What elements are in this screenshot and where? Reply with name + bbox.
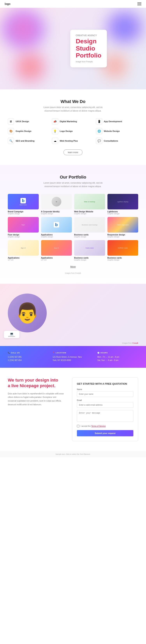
service-digital-marketing: 📣 Digital Marketing	[52, 118, 94, 124]
hero-title: Design Studio Portfolio	[76, 38, 101, 59]
portfolio-name-9: Applications	[8, 257, 39, 259]
portfolio-item-biz-cards-3[interactable]: CURSO cards Business cards Graphic Desig…	[107, 240, 138, 261]
portfolio-item-flyer[interactable]: Flyer Flyer design Graphic Design	[8, 217, 39, 238]
service-logo-design: 💡 Logo Design	[52, 128, 94, 134]
hours-title: 🕐 HOURS	[97, 352, 138, 354]
what-we-do-section: What We Do Lorem ipsum dolor sit amet, c…	[0, 89, 146, 165]
about-freepik-link[interactable]: Freepik	[132, 342, 138, 344]
portfolio-name-8: Responsive design	[107, 234, 138, 236]
about-laptop-card: 💻 Workspace	[4, 331, 20, 338]
portfolio-thumb-12: CURSO cards	[107, 240, 138, 256]
service-consultations: 💬 Consultations	[96, 138, 138, 144]
form-name-field: Name	[77, 388, 133, 397]
portfolio-cat-2: Graphic Design	[41, 213, 72, 215]
email-input[interactable]	[77, 402, 133, 408]
location-title: 📍 LOCATION	[53, 352, 93, 354]
portfolio-thumb-5: Flyer	[8, 217, 39, 232]
portfolio-thumb-2: M	[41, 194, 72, 210]
portfolio-item-lightboxes[interactable]: Lightbox display Lightboxes Graphic Desi…	[107, 194, 138, 215]
hero-card: CREATIVE AGENCY Design Studio Portfolio …	[70, 30, 107, 68]
website-design-label: Website Design	[104, 130, 120, 132]
hero-eyebrow: CREATIVE AGENCY	[76, 34, 101, 36]
hamburger-menu[interactable]	[137, 2, 141, 5]
service-app-dev: 📱 App Development	[96, 118, 138, 124]
about-images-credit: Images from Freepik	[122, 341, 138, 344]
location-body: 121 Rock Street, 21 Avenue, New York, NY…	[53, 355, 93, 362]
name-input[interactable]	[77, 391, 133, 397]
service-hosting: ☁ Web Hosting Plus	[52, 138, 94, 144]
portfolio-subtitle: Lorem ipsum dolor sit amet, consectetur …	[40, 181, 106, 188]
form-card: GET STARTED WITH A FREE QUOTATION Name E…	[72, 378, 138, 441]
service-website-design: 🌐 Website Design	[96, 128, 138, 134]
blob-3	[107, 12, 142, 43]
blob-1	[2, 10, 45, 48]
portfolio-item-web-design[interactable]: Web UI mockup Web Design Website Graphic…	[74, 194, 105, 215]
portfolio-cat-6: Graphic Design	[41, 236, 72, 238]
portfolio-cat-3: Graphic Design	[74, 213, 105, 215]
uiux-icon: 🖥	[8, 118, 14, 124]
person-silhouette-icon: 👨	[15, 302, 40, 324]
submit-button[interactable]: Submit your request	[77, 430, 133, 436]
laptop-icon: 💻	[5, 332, 18, 336]
learn-more-button[interactable]: learn more	[63, 150, 83, 155]
portfolio-name-1: Brand Campaign	[8, 210, 39, 213]
contact-section: 📞 CALL US 1 (234) 567-891 1 (234) 987-65…	[0, 346, 146, 368]
form-left-content: We turn your design into a live Nicepage…	[8, 378, 64, 406]
more-button[interactable]: More	[70, 265, 76, 268]
portfolio-item-biz-cards-1[interactable]: Business card mockup Business cards Grap…	[74, 217, 105, 238]
message-textarea[interactable]	[77, 410, 133, 422]
logo: logo	[5, 2, 11, 6]
portfolio-name-10: Applications	[41, 257, 72, 259]
location-icon: 📍	[53, 352, 55, 354]
portfolio-thumb-6: b	[41, 217, 72, 232]
portfolio-cat-7: Graphic Design	[74, 236, 105, 238]
portfolio-thumb-7: Business card mockup	[74, 217, 105, 232]
portfolio-grid: b Book Cover Brand Campaign Graphic Desi…	[8, 194, 138, 261]
what-we-do-title: What We Do	[8, 99, 138, 104]
about-image-area: 👨 💻 Workspace	[8, 294, 132, 336]
website-design-icon: 🌐	[96, 128, 102, 134]
terms-checkbox-row: I accept the Terms of Service	[77, 425, 133, 428]
portfolio-name-2: A Corporate Identity	[41, 210, 72, 213]
portfolio-name-6: Applications	[41, 234, 72, 236]
digital-marketing-label: Digital Marketing	[60, 120, 77, 122]
blob-2	[16, 52, 45, 82]
what-we-do-subtitle: Lorem ipsum dolor sit amet, consectetur …	[40, 106, 106, 112]
terms-link[interactable]: Terms of Service	[91, 425, 105, 427]
portfolio-item-applications-3[interactable]: App UI Applications UI / UX	[41, 240, 72, 261]
portfolio-images-credit: Images from Freepik	[8, 272, 138, 274]
portfolio-item-responsive[interactable]: FAKE responsive Responsive design Graphi…	[107, 217, 138, 238]
name-label: Name	[77, 388, 133, 390]
phone-icon: 📞	[8, 352, 10, 354]
terms-checkbox[interactable]	[77, 425, 79, 428]
clock-icon: 🕐	[97, 352, 100, 354]
seo-icon: 🔍	[8, 138, 14, 144]
portfolio-item-biz-cards-2[interactable]: Cards stack Business cards Graphic Desig…	[74, 240, 105, 261]
portfolio-item-corporate[interactable]: M A Corporate Identity Graphic Design	[41, 194, 72, 215]
consultations-icon: 💬	[96, 138, 102, 144]
portfolio-title: Our Portfolio	[8, 175, 138, 180]
logo-design-label: Logo Design	[60, 130, 73, 132]
contact-call-us: 📞 CALL US 1 (234) 567-891 1 (234) 987-65…	[8, 352, 49, 362]
more-button-container: More	[8, 265, 138, 268]
form-description: Duis aute irure dolor in reprehenderit i…	[8, 392, 64, 406]
call-us-body: 1 (234) 567-891 1 (234) 987-654	[8, 355, 49, 362]
service-seo: 🔍 SEO and Branding	[8, 138, 50, 144]
form-section: We turn your design into a live Nicepage…	[0, 368, 146, 451]
logo-design-icon: 💡	[52, 128, 58, 134]
uiux-label: UI/UX Design	[16, 120, 29, 122]
email-label: Email	[77, 399, 133, 401]
portfolio-thumb-8: FAKE responsive	[107, 217, 138, 232]
portfolio-name-11: Business cards	[74, 257, 105, 259]
about-circle-wrap: 👨 💻 Workspace	[8, 294, 51, 336]
portfolio-item-applications-1[interactable]: b Applications Graphic Design	[41, 217, 72, 238]
portfolio-thumb-4: Lightbox display	[107, 194, 138, 210]
terms-label: I accept the Terms of Service	[81, 425, 106, 427]
portfolio-item-brand-campaign[interactable]: b Book Cover Brand Campaign Graphic Desi…	[8, 194, 39, 215]
portfolio-thumb-9: App UI	[8, 240, 39, 256]
portfolio-item-applications-2[interactable]: App UI Applications UI / UX	[8, 240, 39, 261]
hosting-icon: ☁	[52, 138, 58, 144]
contact-hours: 🕐 HOURS Mon - Fri ... 11 am - 8 pm Sat, …	[97, 352, 138, 362]
portfolio-thumb-3: Web UI mockup	[74, 194, 105, 210]
form-card-title: GET STARTED WITH A FREE QUOTATION	[77, 382, 133, 385]
